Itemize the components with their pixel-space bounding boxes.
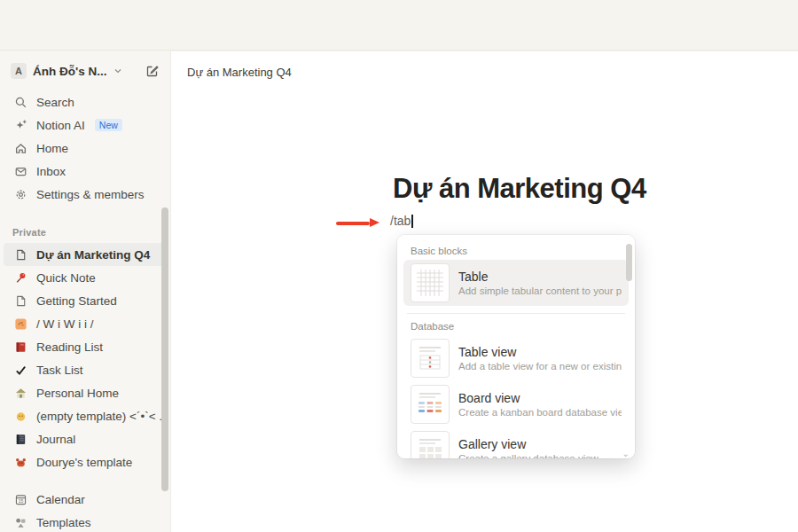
sidebar-item-label: Settings & members: [36, 188, 145, 201]
sidebar-page-reading-list[interactable]: Reading List: [0, 335, 170, 358]
sidebar-item-label: Home: [36, 142, 68, 155]
menu-item-title: Table: [458, 270, 622, 284]
new-badge: New: [95, 119, 122, 131]
sidebar-item-home[interactable]: Home: [0, 137, 170, 160]
sidebar-item-label: (empty template) ˂´•`˂ ...: [36, 410, 169, 423]
table-thumbnail: [411, 263, 450, 302]
sidebar-item-label: Templates: [36, 516, 91, 529]
text-cursor: [411, 215, 413, 228]
page-top-band: [0, 0, 798, 51]
slash-command-menu: Basic blocks Table Add simple tabular co…: [397, 235, 635, 458]
sidebar-item-label: Dự án Marketing Q4: [36, 248, 150, 262]
sidebar-page-getting-started[interactable]: Getting Started: [0, 289, 170, 312]
sidebar-item-label: Getting Started: [36, 294, 117, 308]
shapes-icon: [12, 515, 28, 529]
sidebar-item-inbox[interactable]: Inbox: [0, 160, 170, 183]
menu-item-description: Create a gallery database view.: [458, 453, 600, 458]
menu-item-table-view[interactable]: Table view Add a table view for a new or…: [403, 335, 629, 381]
sidebar-page-personal-home[interactable]: Personal Home: [0, 381, 170, 404]
menu-item-description: Add simple tabular content to your page.: [458, 286, 622, 296]
home-icon: [12, 141, 28, 155]
sidebar-item-label: Search: [36, 96, 74, 109]
workspace-switcher[interactable]: A Ánh Đỗ's N...: [11, 60, 160, 82]
menu-item-board-view[interactable]: Board view Create a kanban board databas…: [403, 381, 629, 427]
menu-divider: [407, 313, 625, 314]
svg-text:15: 15: [18, 497, 23, 503]
menu-scrollbar[interactable]: [626, 244, 632, 281]
orange-emoji-icon: [12, 317, 28, 331]
sidebar-page-task-list[interactable]: Task List: [0, 358, 170, 381]
menu-section-label: Database: [411, 321, 622, 332]
sidebar-item-label: Dourye's template: [36, 456, 132, 469]
chevron-down-icon: [113, 66, 123, 76]
menu-scroll-caret-icon: ⌄: [622, 449, 630, 458]
menu-item-description: Create a kanban board database view.: [458, 407, 622, 418]
menu-section-label: Basic blocks: [411, 246, 622, 256]
red-arrow-annotation: [336, 218, 379, 229]
workspace-avatar: A: [11, 63, 27, 79]
sidebar-item-notion-ai[interactable]: Notion AI New: [0, 113, 170, 137]
inbox-icon: [12, 164, 28, 178]
sidebar-item-label: / W i W i i /: [36, 317, 94, 331]
workspace-name: Ánh Đỗ's N...: [33, 65, 106, 78]
pushpin-icon: [12, 270, 28, 285]
sidebar-item-label: Personal Home: [36, 387, 119, 400]
sidebar-item-settings[interactable]: Settings & members: [0, 183, 170, 206]
sidebar-page-du-an-marketing-q4[interactable]: Dự án Marketing Q4: [4, 243, 167, 266]
notion-window: A Ánh Đỗ's N... Search: [0, 51, 798, 532]
sidebar-page-journal[interactable]: Journal: [0, 427, 170, 450]
sidebar-item-templates[interactable]: Templates: [0, 511, 170, 532]
gear-icon: [12, 187, 28, 201]
page-title[interactable]: Dự án Marketing Q4: [393, 173, 646, 205]
slash-command-input[interactable]: /tab: [390, 214, 413, 228]
sidebar: A Ánh Đỗ's N... Search: [0, 51, 171, 532]
private-section-label: Private: [12, 227, 170, 238]
menu-item-gallery-view[interactable]: Gallery view Create a gallery database v…: [403, 427, 629, 458]
checkmark-icon: [12, 363, 28, 377]
breadcrumb[interactable]: Dự án Marketing Q4: [171, 51, 798, 79]
page-icon: [12, 293, 28, 308]
sidebar-page-quick-note[interactable]: Quick Note: [0, 266, 170, 289]
table-view-thumbnail: [411, 339, 450, 378]
menu-item-description: Add a table view for a new or existing d…: [458, 361, 622, 372]
sparkle-icon: [12, 118, 28, 132]
gallery-view-thumbnail: [411, 431, 450, 458]
menu-item-title: Board view: [458, 391, 622, 405]
menu-item-title: Table view: [458, 345, 622, 359]
compose-icon[interactable]: [145, 64, 160, 78]
menu-item-title: Gallery view: [458, 437, 600, 451]
sidebar-item-label: Task List: [36, 364, 83, 377]
sidebar-item-label: Quick Note: [36, 271, 96, 285]
calendar-icon: 15: [12, 492, 28, 506]
yellow-emoji-icon: [12, 409, 28, 423]
sidebar-scrollbar[interactable]: [161, 207, 168, 491]
board-view-thumbnail: [411, 385, 450, 424]
house-emoji-icon: [12, 386, 28, 400]
page-icon: [12, 247, 28, 262]
main-content: Dự án Marketing Q4 Dự án Marketing Q4 /t…: [171, 51, 798, 532]
sidebar-item-search[interactable]: Search: [0, 90, 170, 113]
sidebar-page-dourye-template[interactable]: Dourye's template: [0, 450, 170, 473]
red-book-icon: [12, 340, 28, 354]
sidebar-page-empty-template[interactable]: (empty template) ˂´•`˂ ...: [0, 404, 170, 427]
sidebar-item-label: Inbox: [36, 165, 66, 178]
sidebar-item-label: Calendar: [36, 493, 85, 506]
notebook-icon: [12, 432, 28, 446]
crab-emoji-icon: [12, 455, 28, 469]
sidebar-item-label: Notion AI: [36, 119, 85, 132]
menu-item-table[interactable]: Table Add simple tabular content to your…: [403, 260, 629, 306]
sidebar-item-calendar[interactable]: 15 Calendar: [0, 488, 170, 511]
sidebar-item-label: Journal: [36, 433, 75, 446]
sidebar-page-wiwii[interactable]: / W i W i i /: [0, 312, 170, 335]
sidebar-item-label: Reading List: [36, 340, 103, 354]
search-icon: [12, 95, 28, 109]
